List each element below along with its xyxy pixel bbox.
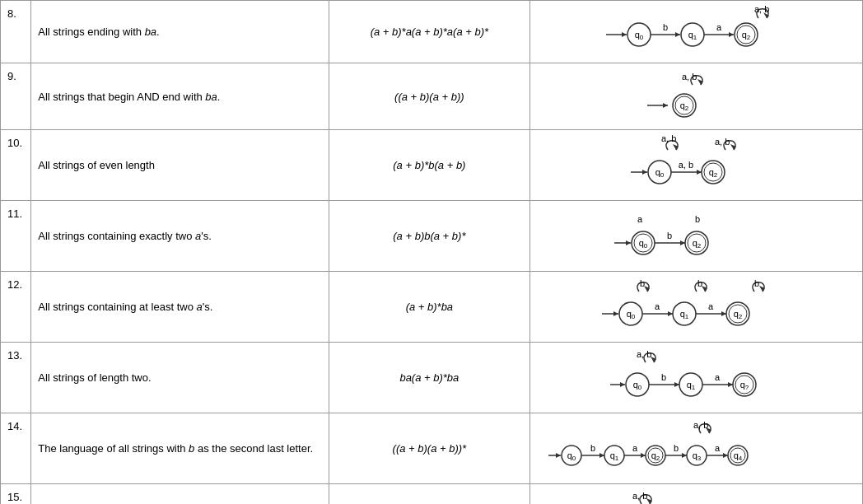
svg-text:a: a (654, 301, 660, 311)
row-number: 9. (1, 63, 31, 130)
svg-text:a, b: a, b (637, 349, 651, 359)
svg-marker-62 (668, 311, 673, 316)
svg-marker-3 (622, 32, 627, 37)
table-row: 13. All strings of length two. ba(a + b)… (1, 343, 863, 413)
svg-marker-7 (675, 32, 680, 37)
svg-marker-28 (642, 170, 647, 175)
main-table: 8. All strings ending with ba. (a + b)*a… (0, 0, 863, 504)
svg-marker-20 (663, 103, 668, 108)
row-number: 11. (1, 201, 31, 272)
svg-text:b: b (673, 443, 678, 453)
svg-text:a: a (637, 214, 643, 224)
row-description: All strings of length two. (31, 343, 329, 413)
svg-text:b: b (695, 214, 700, 224)
row-regex: (a + b)*ba (329, 272, 529, 343)
table-row: 9. All strings that begin AND end with b… (1, 63, 863, 130)
row-regex: ba(a + b)*ba (329, 343, 529, 413)
svg-marker-39 (626, 240, 631, 245)
svg-text:a: a (716, 22, 721, 32)
svg-marker-84 (728, 382, 733, 387)
svg-text:a, b: a, b (632, 491, 647, 501)
row-diagram: a, b q0 b q1 a (530, 1, 863, 63)
svg-text:a: a (707, 301, 713, 311)
row-diagram: b b b q0 (530, 272, 863, 343)
row-number: 12. (1, 272, 31, 343)
svg-marker-79 (674, 382, 679, 387)
row-regex: (a + b)b(a + b)* (329, 201, 529, 272)
row-description: The language of all strings with b as th… (31, 413, 329, 484)
row-number: 8. (1, 1, 31, 63)
svg-marker-12 (729, 32, 734, 37)
row-diagram: a, b q2 (530, 63, 863, 130)
svg-marker-67 (721, 311, 726, 316)
svg-marker-92 (556, 453, 561, 458)
row-regex: ((a + b)(a + b)) (329, 63, 529, 130)
svg-text:b: b (640, 278, 645, 288)
svg-text:a, b: a, b (715, 137, 730, 147)
svg-marker-33 (697, 170, 702, 175)
svg-text:a, b: a, b (678, 160, 693, 170)
row-diagram: a, b q0 b q1 a, b (530, 484, 863, 505)
svg-text:b: b (590, 443, 595, 453)
row-diagram: a, b q0 b q1 a (530, 413, 863, 484)
row-diagram: a, b q0 a, b a, b q2 (530, 130, 863, 201)
svg-text:b: b (662, 22, 667, 32)
row-regex: (a + b)*b(a + b) (329, 130, 529, 201)
row-regex: b*ab*ab* (329, 484, 529, 505)
svg-text:a, b: a, b (693, 420, 708, 430)
svg-marker-45 (680, 240, 685, 245)
svg-text:b: b (666, 231, 671, 240)
row-number: 13. (1, 343, 31, 413)
row-description: All strings of even length (31, 130, 329, 201)
svg-marker-101 (641, 453, 646, 458)
svg-text:b: b (754, 278, 759, 288)
svg-text:a, b: a, b (661, 133, 676, 143)
row-regex: (a + b)*a(a + b)*a(a + b)* (329, 1, 529, 63)
row-regex: ((a + b)(a + b))* (329, 413, 529, 484)
table-row: 11. All strings containing exactly two a… (1, 201, 863, 272)
table-row: 14. The language of all strings with b a… (1, 413, 863, 484)
row-description: All strings containing at least two a's. (31, 272, 329, 343)
row-description: All strings that begin AND end with ba. (31, 63, 329, 130)
svg-marker-96 (599, 453, 604, 458)
row-description: The language of all strings with b as th… (31, 484, 329, 505)
svg-text:a: a (714, 372, 720, 382)
svg-marker-58 (613, 311, 618, 316)
row-number: 15. (1, 484, 31, 505)
table-row: 8. All strings ending with ba. (a + b)*a… (1, 1, 863, 63)
table-row: 15. The language of all strings with b a… (1, 484, 863, 505)
svg-text:a, b: a, b (754, 4, 769, 14)
table-row: 12. All strings containing at least two … (1, 272, 863, 343)
svg-text:a: a (632, 443, 637, 453)
svg-text:b: b (697, 278, 702, 288)
svg-marker-75 (620, 382, 625, 387)
row-number: 14. (1, 413, 31, 484)
table-row: 10. All strings of even length (a + b)*b… (1, 130, 863, 201)
svg-marker-112 (723, 453, 728, 458)
svg-marker-107 (682, 453, 687, 458)
row-diagram: q0 a b q2 b (530, 201, 863, 272)
svg-text:a: a (714, 443, 720, 453)
svg-text:b: b (660, 372, 665, 382)
row-description: All strings ending with ba. (31, 1, 329, 63)
row-description: All strings containing exactly two a's. (31, 201, 329, 272)
row-diagram: a, b q0 b q1 a (530, 343, 863, 413)
row-number: 10. (1, 130, 31, 201)
svg-text:a, b: a, b (682, 72, 697, 82)
